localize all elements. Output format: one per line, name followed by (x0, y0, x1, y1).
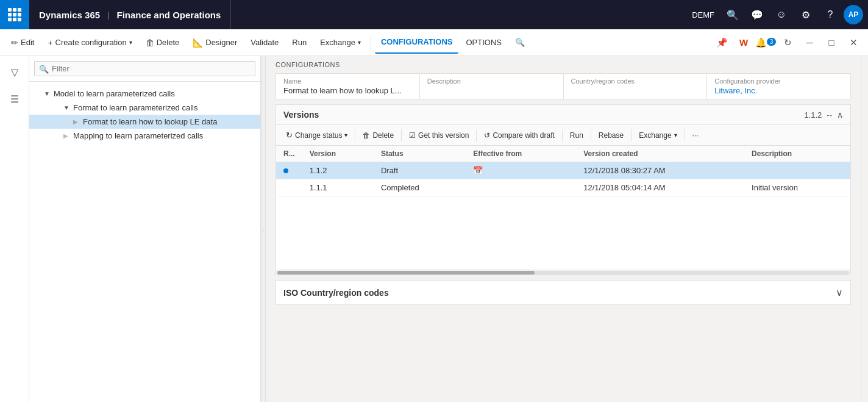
config-meta-provider-label: Configuration provider (714, 77, 843, 85)
top-bar: Dynamics 365 | Finance and Operations DE… (0, 0, 868, 29)
minimize-icon[interactable]: ─ (800, 33, 819, 52)
versions-header: Versions 1.1.2 -- ∧ (276, 105, 850, 125)
refresh-icon[interactable]: ↻ (778, 33, 797, 52)
row-selected-dot (283, 168, 288, 173)
pin-icon[interactable]: 📌 (712, 33, 731, 52)
brand-separator: | (107, 10, 109, 20)
status-draft-badge: Draft (381, 166, 398, 175)
config-meta-country-cell: Country/region codes (564, 74, 708, 99)
change-status-chevron-icon: ▾ (344, 132, 347, 138)
apps-button[interactable] (0, 0, 29, 29)
tree-item-format-child[interactable]: ▶ Format to learn how to lookup LE data (29, 115, 260, 129)
close-icon[interactable]: ✕ (844, 33, 863, 52)
office-icon[interactable]: W (734, 33, 753, 52)
search-icon[interactable]: 🔍 (722, 4, 744, 26)
options-tab[interactable]: OPTIONS (460, 32, 508, 54)
change-status-button[interactable]: ↻ Change status ▾ (281, 129, 352, 142)
tree-item-model-label: Model to learn parameterized calls (54, 89, 255, 98)
ver-run-button[interactable]: Run (565, 129, 588, 142)
ver-sep-7 (685, 129, 685, 142)
versions-meta: 1.1.2 -- ∧ (804, 110, 843, 120)
ver-sep-4 (562, 129, 563, 142)
maximize-icon[interactable]: □ (822, 33, 841, 52)
resize-handle[interactable]: ⋮ (261, 56, 266, 402)
ver-exchange-button[interactable]: Exchange ▾ (634, 129, 681, 142)
notification-icon[interactable]: 🔔3 (756, 33, 775, 52)
validate-button[interactable]: Validate (244, 32, 285, 54)
versions-empty-space (276, 196, 850, 270)
col-header-version-created: Version created (576, 146, 744, 162)
edit-icon: ✏ (11, 38, 18, 48)
right-scrollbar[interactable] (861, 56, 868, 402)
settings-icon[interactable]: ⚙ (795, 4, 817, 26)
config-meta-provider-value[interactable]: Litware, Inc. (714, 86, 843, 95)
avatar[interactable]: AP (844, 5, 863, 24)
ver-more-button[interactable]: ··· (688, 129, 703, 142)
change-status-icon: ↻ (286, 131, 293, 140)
run-button[interactable]: Run (286, 32, 313, 54)
delete-button[interactable]: 🗑 Delete (140, 32, 186, 54)
cell-effective-1: 📅 (466, 162, 576, 179)
versions-table: R... Version Status Effective from Versi (276, 146, 850, 196)
tree-item-format-parent[interactable]: ▼ Format to learn parameterized calls (29, 101, 260, 115)
get-this-version-button[interactable]: ☑ Get this version (404, 129, 474, 142)
tree-item-format-parent-label: Format to learn parameterized calls (73, 103, 255, 112)
rebase-button[interactable]: Rebase (594, 129, 628, 142)
brand-section: Dynamics 365 | Finance and Operations (29, 0, 231, 29)
config-section-title: CONFIGURATIONS (276, 61, 851, 68)
versions-scrollbar[interactable] (276, 270, 850, 275)
designer-button[interactable]: 📐 Designer (187, 32, 243, 54)
cell-created-2: 12/1/2018 05:04:14 AM (576, 179, 744, 196)
sidebar-list-icon[interactable]: ☰ (4, 88, 26, 110)
versions-collapse-icon[interactable]: ∧ (837, 110, 843, 120)
config-meta-name-label: Name (283, 77, 412, 85)
config-meta-row: Name Format to learn how to lookup L... … (276, 73, 851, 99)
chat-icon[interactable]: 💬 (746, 4, 768, 26)
tree-search-area: 🔍 (29, 56, 260, 82)
tree-toggle-mapping: ▶ (63, 132, 73, 139)
main-layout: ▽ ☰ 🔍 ▼ Model to learn parameterized cal… (0, 56, 868, 402)
toolbar-search-button[interactable]: 🔍 (509, 32, 531, 54)
cell-desc-2: Initial version (744, 179, 850, 196)
ver-exchange-chevron-icon: ▾ (674, 132, 677, 138)
row-indicator-cell (276, 162, 302, 179)
table-row[interactable]: 1.1.1 Completed 12/1/2018 05:04:14 AM In… (276, 179, 850, 196)
waffle-icon (8, 8, 21, 21)
calendar-icon[interactable]: 📅 (473, 166, 483, 175)
tree-toggle-format-child: ▶ (73, 118, 83, 125)
exchange-button[interactable]: Exchange ▾ (314, 32, 367, 54)
edit-button[interactable]: ✏ Edit (5, 32, 40, 54)
iso-section: ISO Country/region codes ∨ (276, 280, 851, 305)
compare-with-draft-button[interactable]: ↺ Compare with draft (479, 129, 559, 142)
tree-toggle-model: ▼ (44, 90, 54, 97)
ver-sep-3 (476, 129, 477, 142)
col-header-status: Status (374, 146, 466, 162)
cell-status-1: Draft (374, 162, 466, 179)
sidebar-icons: ▽ ☰ (0, 56, 29, 402)
tree-panel: 🔍 ▼ Model to learn parameterized calls ▼… (29, 56, 261, 402)
ver-delete-button[interactable]: 🗑 Delete (358, 129, 399, 142)
tree-item-mapping[interactable]: ▶ Mapping to learn parameterized calls (29, 129, 260, 143)
effective-date-container: 📅 (473, 166, 569, 175)
configurations-tab[interactable]: CONFIGURATIONS (375, 32, 458, 54)
toolbar-separator-1 (371, 35, 371, 50)
tree-item-mapping-label: Mapping to learn parameterized calls (73, 131, 255, 140)
face-icon[interactable]: ☺ (770, 4, 792, 26)
table-row[interactable]: 1.1.2 Draft 📅 12/1/2018 08:30:27 AM (276, 162, 850, 179)
tree-item-model[interactable]: ▼ Model to learn parameterized calls (29, 87, 260, 101)
config-meta-name-value: Format to learn how to lookup L... (283, 86, 412, 95)
config-meta-country-label: Country/region codes (571, 77, 700, 85)
cell-status-2: Completed (374, 179, 466, 196)
toolbar: ✏ Edit + Create configuration ▾ 🗑 Delete… (0, 29, 868, 56)
tree-search-input[interactable] (34, 61, 255, 76)
exchange-chevron-icon: ▾ (358, 39, 361, 46)
cell-version-2: 1.1.1 (302, 179, 374, 196)
trash-icon: 🗑 (146, 38, 154, 48)
tree-item-format-child-label: Format to learn how to lookup LE data (83, 117, 255, 126)
help-icon[interactable]: ? (819, 4, 841, 26)
iso-expand-icon[interactable]: ∨ (836, 287, 843, 298)
config-header: CONFIGURATIONS Name Format to learn how … (266, 56, 861, 99)
create-config-button[interactable]: + Create configuration ▾ (41, 32, 138, 54)
sidebar-filter-icon[interactable]: ▽ (4, 61, 26, 83)
col-header-effective-from: Effective from (466, 146, 576, 162)
